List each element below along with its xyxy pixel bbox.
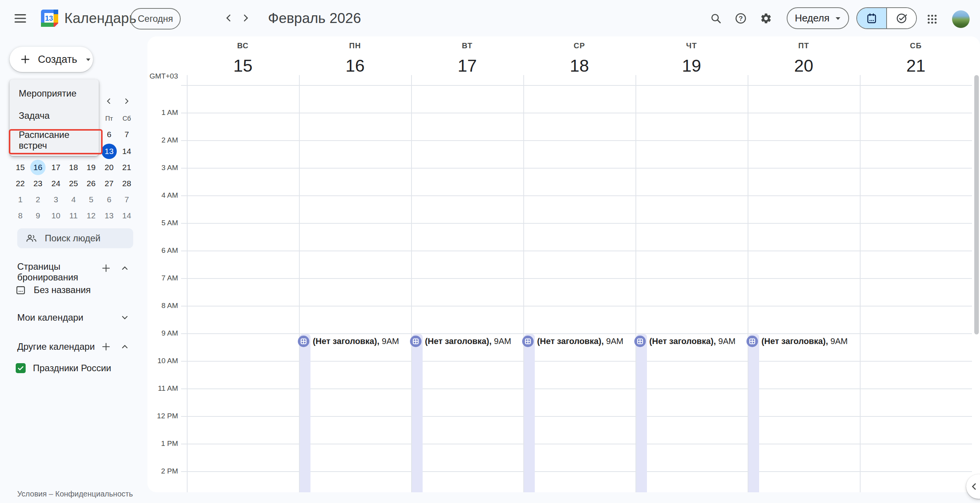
week-view-card bbox=[147, 36, 980, 492]
view-selector-label: Неделя bbox=[795, 12, 830, 24]
minical-day[interactable]: 24 bbox=[48, 176, 64, 191]
search-icon bbox=[710, 12, 722, 25]
minical-day[interactable]: 13 bbox=[101, 208, 117, 223]
calendar-list-item-holidays[interactable]: Праздники России bbox=[16, 362, 111, 374]
minical-day[interactable]: 18 bbox=[66, 160, 81, 175]
event-strip[interactable] bbox=[412, 334, 423, 492]
minical-day[interactable]: 27 bbox=[101, 176, 117, 191]
minical-day[interactable]: 5 bbox=[83, 192, 99, 207]
other-calendars-section-title: Другие календари bbox=[17, 341, 95, 352]
chevron-left-icon bbox=[105, 97, 113, 105]
people-icon bbox=[26, 233, 37, 243]
other-calendars-add-button[interactable] bbox=[99, 340, 113, 354]
plus-icon bbox=[20, 54, 31, 65]
my-calendars-expand-button[interactable] bbox=[118, 311, 132, 324]
main-menu-button[interactable] bbox=[11, 10, 29, 27]
tasks-view-toggle[interactable] bbox=[886, 8, 916, 28]
event-strip[interactable] bbox=[524, 334, 535, 492]
calendar-logo-icon[interactable]: 13 bbox=[41, 10, 58, 27]
avatar[interactable] bbox=[952, 10, 970, 28]
minical-day[interactable]: 20 bbox=[101, 160, 117, 175]
next-period-button[interactable] bbox=[238, 10, 253, 26]
minical-day[interactable]: 11 bbox=[66, 208, 81, 223]
minical-day[interactable]: 10 bbox=[48, 208, 64, 223]
event-strip[interactable] bbox=[300, 334, 310, 492]
day-header-date[interactable]: 20 bbox=[773, 56, 835, 76]
day-header-date[interactable]: 21 bbox=[885, 56, 947, 76]
minical-day[interactable]: 7 bbox=[119, 192, 134, 207]
create-button[interactable]: Создать bbox=[10, 47, 93, 72]
create-menu-item[interactable]: Расписание встреч bbox=[10, 128, 99, 152]
minical-next-button[interactable] bbox=[120, 94, 134, 108]
minical-day[interactable]: 14 bbox=[119, 208, 134, 223]
terms-privacy-links[interactable]: Условия – Конфиденциальность bbox=[17, 490, 133, 498]
minical-day[interactable]: 22 bbox=[13, 176, 28, 191]
booking-pages-collapse-button[interactable] bbox=[118, 261, 132, 275]
day-header-date[interactable]: 19 bbox=[661, 56, 722, 76]
minical-previous-button[interactable] bbox=[102, 94, 116, 108]
minical-day[interactable]: 28 bbox=[119, 176, 134, 191]
day-header-date[interactable]: 16 bbox=[325, 56, 386, 76]
minical-day[interactable]: 7 bbox=[119, 127, 134, 142]
minical-day[interactable]: 19 bbox=[83, 160, 99, 175]
booking-pages-add-button[interactable] bbox=[99, 261, 113, 275]
minical-weekday-header: Сб bbox=[119, 111, 134, 126]
event-label: (Нет заголовка), 9AM bbox=[425, 336, 511, 346]
minical-day-selected[interactable]: 16 bbox=[30, 160, 46, 175]
minical-day[interactable]: 23 bbox=[30, 176, 46, 191]
today-button[interactable]: Сегодня bbox=[130, 8, 181, 29]
app-title: Календарь bbox=[64, 10, 137, 27]
help-button[interactable]: ? bbox=[732, 9, 750, 28]
calendar-logo-glyph: 13 bbox=[41, 10, 58, 27]
create-menu-item[interactable]: Задача bbox=[10, 105, 99, 127]
vertical-scrollbar-thumb[interactable] bbox=[974, 75, 979, 334]
event-chip[interactable]: (Нет заголовка), 9AM bbox=[298, 336, 399, 347]
search-button[interactable] bbox=[707, 9, 725, 28]
booking-page-item-label: Без названия bbox=[34, 285, 91, 295]
create-menu-item[interactable]: Мероприятие bbox=[10, 82, 99, 105]
event-chip[interactable]: (Нет заголовка), 9AM bbox=[410, 336, 511, 347]
google-apps-button[interactable] bbox=[923, 10, 941, 28]
event-strip[interactable] bbox=[636, 334, 647, 492]
minical-day[interactable]: 15 bbox=[13, 160, 28, 175]
svg-text:?: ? bbox=[739, 15, 743, 22]
booking-page-item[interactable]: Без названия bbox=[15, 283, 91, 297]
minical-day[interactable]: 1 bbox=[13, 192, 28, 207]
minical-day[interactable]: 4 bbox=[66, 192, 81, 207]
minical-day[interactable]: 26 bbox=[83, 176, 99, 191]
search-people-input[interactable]: Поиск людей bbox=[17, 228, 133, 248]
chevron-down-icon bbox=[120, 313, 129, 322]
minical-day[interactable]: 2 bbox=[30, 192, 46, 207]
event-label: (Нет заголовка), 9AM bbox=[313, 336, 399, 346]
settings-button[interactable] bbox=[757, 9, 775, 28]
event-strip[interactable] bbox=[748, 334, 759, 492]
minical-day[interactable]: 8 bbox=[13, 208, 28, 223]
event-chip[interactable]: (Нет заголовка), 9AM bbox=[522, 336, 623, 347]
caret-down-icon bbox=[835, 16, 841, 21]
minical-day[interactable]: 17 bbox=[48, 160, 64, 175]
day-header-date[interactable]: 17 bbox=[437, 56, 498, 76]
holidays-calendar-label: Праздники России bbox=[33, 363, 111, 374]
event-chip[interactable]: (Нет заголовка), 9AM bbox=[634, 336, 735, 347]
event-chip[interactable]: (Нет заголовка), 9AM bbox=[746, 336, 848, 347]
calendar-view-toggle[interactable] bbox=[857, 8, 886, 28]
minical-day[interactable]: 6 bbox=[101, 192, 117, 207]
minical-day-today[interactable]: 13 bbox=[101, 144, 117, 159]
minical-day[interactable]: 6 bbox=[101, 127, 117, 142]
day-header-date[interactable]: 15 bbox=[212, 56, 274, 76]
calendar-tasks-toggle bbox=[856, 7, 917, 29]
minical-day[interactable]: 3 bbox=[48, 192, 64, 207]
minical-day[interactable]: 14 bbox=[119, 144, 134, 159]
event-label: (Нет заголовка), 9AM bbox=[761, 336, 848, 346]
view-selector-dropdown[interactable]: Неделя bbox=[787, 7, 849, 29]
other-calendars-collapse-button[interactable] bbox=[118, 340, 132, 354]
svg-text:13: 13 bbox=[45, 14, 53, 22]
minical-day[interactable]: 12 bbox=[83, 208, 99, 223]
minical-day[interactable]: 21 bbox=[119, 160, 134, 175]
previous-period-button[interactable] bbox=[221, 10, 236, 26]
day-header-date[interactable]: 18 bbox=[549, 56, 610, 76]
minical-day[interactable]: 25 bbox=[66, 176, 81, 191]
minical-day[interactable]: 9 bbox=[30, 208, 46, 223]
holidays-checkbox[interactable] bbox=[16, 363, 26, 373]
create-menu: МероприятиеЗадачаРасписание встреч bbox=[10, 79, 99, 156]
